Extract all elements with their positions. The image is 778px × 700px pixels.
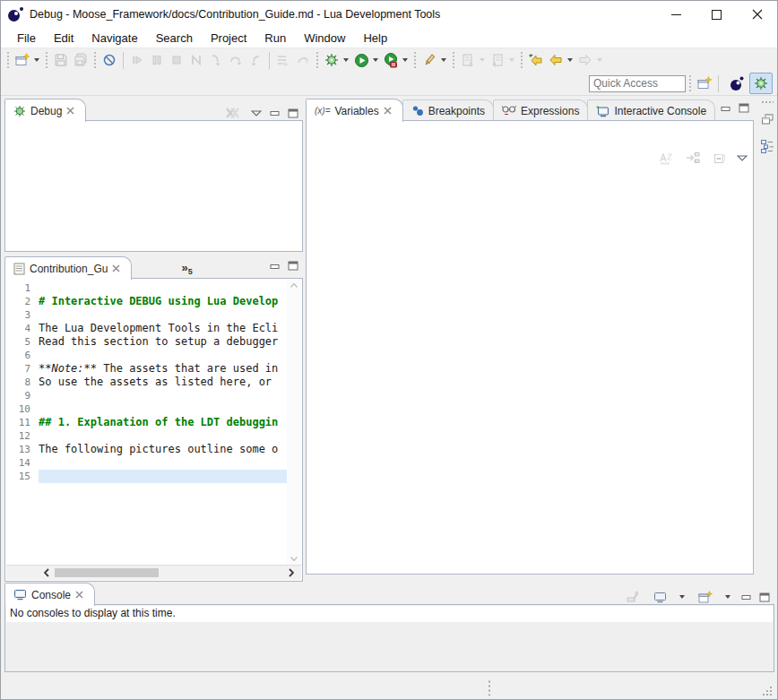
editor-vertical-scrollbar[interactable]	[287, 280, 301, 565]
editor-horizontal-scrollbar[interactable]	[6, 565, 301, 580]
open-console-dropdown[interactable]	[725, 595, 730, 599]
minimize-view-icon[interactable]	[270, 108, 280, 117]
back-dropdown[interactable]	[567, 58, 573, 62]
view-menu-icon[interactable]	[251, 110, 262, 117]
debug-perspective-button[interactable]	[749, 73, 773, 94]
step-over-button[interactable]	[226, 50, 246, 70]
lua-perspective-button[interactable]	[724, 73, 748, 94]
menu-file[interactable]: File	[8, 28, 45, 48]
editor-line[interactable]: 14	[6, 456, 287, 470]
maximize-view-icon[interactable]	[288, 108, 298, 118]
editor-line[interactable]: 12	[6, 429, 287, 443]
next-annotation-button[interactable]	[458, 50, 478, 70]
tab-console[interactable]: Console	[4, 583, 95, 606]
maximize-window-button[interactable]	[696, 1, 737, 28]
terminate-button[interactable]	[167, 50, 186, 70]
menu-project[interactable]: Project	[202, 28, 255, 48]
edit-step-filters-button[interactable]	[293, 50, 313, 70]
run-dropdown[interactable]	[373, 58, 378, 62]
coverage-button[interactable]	[381, 50, 401, 70]
editor-line[interactable]: 10	[6, 402, 287, 416]
quick-access-input[interactable]	[589, 75, 686, 92]
save-all-button[interactable]	[71, 50, 91, 70]
restore-view-button[interactable]	[757, 109, 777, 129]
tab-close-icon[interactable]	[75, 591, 83, 599]
minimize-view-icon[interactable]	[270, 262, 280, 271]
show-type-names-button[interactable]	[656, 148, 676, 168]
tab-close-icon[interactable]	[384, 107, 392, 115]
debug-button[interactable]	[322, 50, 341, 70]
menu-navigate[interactable]: Navigate	[82, 28, 146, 48]
show-logical-structure-button[interactable]	[683, 148, 703, 168]
step-return-button[interactable]	[246, 50, 265, 70]
editor-line[interactable]: 2# Interactive DEBUG using Lua Develop	[6, 295, 287, 308]
remove-all-terminated-button[interactable]	[223, 103, 243, 123]
skip-all-breakpoints-button[interactable]	[99, 50, 119, 70]
editor-lines[interactable]: 12# Interactive DEBUG using Lua Develop3…	[6, 280, 287, 565]
tab-breakpoints[interactable]: Breakpoints	[402, 99, 494, 121]
maximize-view-icon[interactable]	[759, 592, 770, 602]
scroll-left-icon[interactable]	[44, 568, 49, 577]
tab-debug[interactable]: Debug	[4, 99, 86, 122]
close-window-button[interactable]	[737, 1, 777, 28]
maximize-view-icon[interactable]	[739, 103, 749, 113]
coverage-dropdown[interactable]	[402, 58, 408, 62]
editor-line[interactable]: 13The following pictures outline some o	[6, 443, 287, 456]
editor-line[interactable]: 6	[6, 349, 287, 362]
new-wizard-button[interactable]	[13, 50, 32, 70]
next-annotation-dropdown[interactable]	[480, 58, 485, 62]
hidden-editors-chevron[interactable]: »5	[181, 261, 192, 279]
collapse-all-button[interactable]	[710, 148, 730, 168]
scroll-right-icon[interactable]	[289, 568, 294, 577]
tab-close-icon[interactable]	[66, 107, 74, 115]
editor-line[interactable]: 1	[6, 281, 287, 295]
editor-line[interactable]: 3	[6, 308, 287, 322]
pin-console-button[interactable]	[622, 587, 642, 607]
external-tools-dropdown[interactable]	[441, 58, 446, 62]
editor-line[interactable]: 11## 1. Explanation of the LDT debuggin	[6, 416, 287, 429]
debug-dropdown[interactable]	[343, 58, 349, 62]
scroll-up-icon[interactable]	[290, 283, 298, 288]
resize-grip[interactable]	[762, 686, 773, 696]
display-console-dropdown[interactable]	[679, 595, 685, 599]
external-tools-button[interactable]	[419, 50, 439, 70]
tab-expressions[interactable]: Expressions	[493, 99, 588, 121]
last-edit-location-button[interactable]	[526, 50, 546, 70]
editor-line[interactable]: 15	[6, 470, 287, 483]
editor-line[interactable]: 4The Lua Development Tools in the Ecli	[6, 322, 287, 335]
forward-dropdown[interactable]	[597, 58, 602, 62]
horizontal-scroll-thumb[interactable]	[55, 568, 159, 577]
tab-contribution-guide[interactable]: Contribution_Gu	[4, 256, 132, 280]
open-perspective-button[interactable]	[695, 73, 714, 93]
editor-line[interactable]: 7**Note:** The assets that are used in	[6, 362, 287, 376]
open-console-button[interactable]	[696, 587, 715, 607]
tab-interactive-console[interactable]: Interactive Console	[587, 99, 715, 121]
save-button[interactable]	[51, 50, 71, 70]
menu-search[interactable]: Search	[147, 28, 202, 48]
forward-button[interactable]	[575, 50, 595, 70]
disconnect-button[interactable]	[186, 50, 206, 70]
maximize-view-icon[interactable]	[288, 261, 298, 271]
fastbar-drag-handle[interactable]	[761, 100, 774, 104]
outline-view-button[interactable]	[757, 136, 777, 156]
new-wizard-dropdown[interactable]	[34, 58, 39, 62]
statusbar-drag-handle[interactable]	[488, 679, 491, 696]
editor-line[interactable]: 5Read this section to setup a debugger	[6, 335, 287, 349]
editor-line[interactable]: 8So use the assets as listed here, or	[6, 376, 287, 389]
scroll-down-icon[interactable]	[290, 557, 298, 561]
use-step-filters-button[interactable]	[273, 50, 293, 70]
tab-variables[interactable]: (x)= Variables	[306, 99, 403, 122]
suspend-button[interactable]	[147, 50, 167, 70]
minimize-view-icon[interactable]	[741, 592, 751, 601]
view-menu-icon[interactable]	[737, 155, 748, 161]
editor-line[interactable]: 9	[6, 389, 287, 402]
tab-close-icon[interactable]	[112, 264, 120, 272]
previous-annotation-dropdown[interactable]	[509, 58, 514, 62]
menu-help[interactable]: Help	[354, 28, 396, 48]
display-selected-console-button[interactable]	[650, 587, 670, 607]
run-button[interactable]	[351, 50, 371, 70]
menu-window[interactable]: Window	[295, 28, 354, 48]
menu-edit[interactable]: Edit	[45, 28, 82, 48]
step-into-button[interactable]	[206, 50, 226, 70]
resume-button[interactable]	[127, 50, 147, 70]
